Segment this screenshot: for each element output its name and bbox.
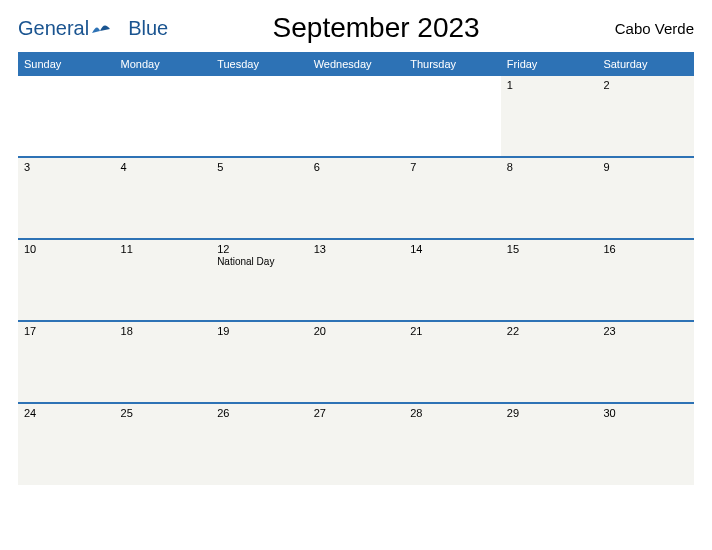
day-number: 27 — [314, 407, 399, 419]
day-header: Friday — [501, 53, 598, 75]
day-cell: 11 — [115, 239, 212, 321]
week-row: 17181920212223 — [18, 321, 694, 403]
day-cell: 25 — [115, 403, 212, 485]
day-number: 3 — [24, 161, 109, 173]
day-cell — [308, 75, 405, 157]
week-row: 3456789 — [18, 157, 694, 239]
day-cell: 10 — [18, 239, 115, 321]
day-number: 13 — [314, 243, 399, 255]
day-cell: 19 — [211, 321, 308, 403]
day-cell: 2 — [597, 75, 694, 157]
day-number: 15 — [507, 243, 592, 255]
day-cell: 30 — [597, 403, 694, 485]
day-number: 22 — [507, 325, 592, 337]
day-number: 29 — [507, 407, 592, 419]
day-cell: 5 — [211, 157, 308, 239]
day-number: 23 — [603, 325, 688, 337]
day-number: 17 — [24, 325, 109, 337]
day-number: 19 — [217, 325, 302, 337]
day-header: Monday — [115, 53, 212, 75]
day-header: Tuesday — [211, 53, 308, 75]
logo-wave-icon — [92, 17, 110, 40]
day-cell: 15 — [501, 239, 598, 321]
day-cell: 13 — [308, 239, 405, 321]
day-cell: 9 — [597, 157, 694, 239]
week-row: 24252627282930 — [18, 403, 694, 485]
day-number: 18 — [121, 325, 206, 337]
day-number: 8 — [507, 161, 592, 173]
day-number: 12 — [217, 243, 302, 255]
calendar-header: General Blue September 2023 Cabo Verde — [18, 12, 694, 44]
week-row: 12 — [18, 75, 694, 157]
region-label: Cabo Verde — [584, 20, 694, 37]
day-cell: 21 — [404, 321, 501, 403]
day-number: 10 — [24, 243, 109, 255]
day-number: 2 — [603, 79, 688, 91]
day-cell — [115, 75, 212, 157]
day-number: 11 — [121, 243, 206, 255]
day-number: 4 — [121, 161, 206, 173]
logo-text-general: General — [18, 17, 89, 40]
day-number: 21 — [410, 325, 495, 337]
day-cell: 12National Day — [211, 239, 308, 321]
week-row: 101112National Day13141516 — [18, 239, 694, 321]
logo-text-blue: Blue — [128, 17, 168, 40]
day-number: 20 — [314, 325, 399, 337]
day-number: 25 — [121, 407, 206, 419]
day-cell: 28 — [404, 403, 501, 485]
day-cell: 8 — [501, 157, 598, 239]
day-cell: 6 — [308, 157, 405, 239]
day-header: Thursday — [404, 53, 501, 75]
day-cell: 17 — [18, 321, 115, 403]
day-cell: 1 — [501, 75, 598, 157]
day-cell: 22 — [501, 321, 598, 403]
day-cell: 27 — [308, 403, 405, 485]
calendar-grid: Sunday Monday Tuesday Wednesday Thursday… — [18, 52, 694, 485]
day-number: 24 — [24, 407, 109, 419]
day-number: 1 — [507, 79, 592, 91]
day-cell: 23 — [597, 321, 694, 403]
day-number: 14 — [410, 243, 495, 255]
day-number: 30 — [603, 407, 688, 419]
logo: General Blue — [18, 17, 168, 40]
day-number: 6 — [314, 161, 399, 173]
day-cell: 29 — [501, 403, 598, 485]
day-cell: 7 — [404, 157, 501, 239]
day-cell — [18, 75, 115, 157]
day-header-row: Sunday Monday Tuesday Wednesday Thursday… — [18, 53, 694, 75]
day-number: 5 — [217, 161, 302, 173]
day-cell: 20 — [308, 321, 405, 403]
page-title: September 2023 — [168, 12, 584, 44]
day-event: National Day — [217, 256, 302, 267]
day-number: 28 — [410, 407, 495, 419]
day-cell: 3 — [18, 157, 115, 239]
day-number: 9 — [603, 161, 688, 173]
day-cell — [211, 75, 308, 157]
day-cell: 4 — [115, 157, 212, 239]
day-cell — [404, 75, 501, 157]
day-number: 26 — [217, 407, 302, 419]
day-header: Sunday — [18, 53, 115, 75]
day-cell: 26 — [211, 403, 308, 485]
day-cell: 14 — [404, 239, 501, 321]
day-cell: 24 — [18, 403, 115, 485]
day-number: 7 — [410, 161, 495, 173]
day-cell: 16 — [597, 239, 694, 321]
day-header: Saturday — [597, 53, 694, 75]
day-header: Wednesday — [308, 53, 405, 75]
day-cell: 18 — [115, 321, 212, 403]
day-number: 16 — [603, 243, 688, 255]
